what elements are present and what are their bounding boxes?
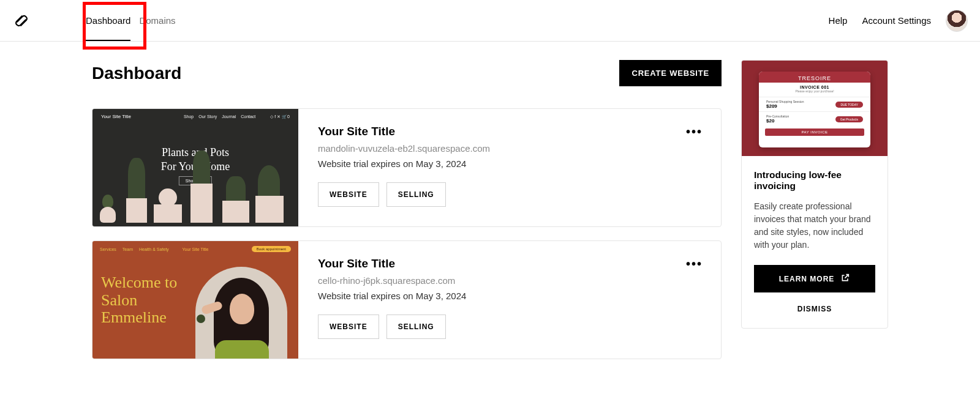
promo-invoice-pay: PAY INVOICE (765, 128, 864, 136)
site-domain: cello-rhino-j6pk.squarespace.com (318, 275, 701, 286)
promo-text: Easily create professional invoices that… (754, 200, 875, 251)
account-settings-link[interactable]: Account Settings (862, 15, 931, 26)
site-actions: WEBSITE SELLING (318, 182, 701, 207)
tab-domains[interactable]: Domains (139, 0, 175, 41)
thumb-illustration (92, 171, 298, 226)
site-title: Your Site Title (318, 257, 701, 270)
selling-button[interactable]: SELLING (386, 182, 446, 207)
promo-invoice-title: INVOICE 001 (759, 83, 870, 89)
page-title: Dashboard (92, 64, 181, 83)
thumb-brand: Your Site Title (101, 114, 131, 119)
site-actions: WEBSITE SELLING (318, 315, 701, 339)
selling-button[interactable]: SELLING (386, 315, 446, 339)
promo-invoice-row: Personal Shopping Session $209 DUE TODAY (759, 97, 870, 111)
tab-dashboard[interactable]: Dashboard (86, 0, 130, 41)
avatar[interactable] (946, 10, 968, 32)
thumb-hero-line: Welcome to (101, 274, 177, 292)
website-button[interactable]: WEBSITE (318, 182, 379, 207)
top-bar: Dashboard Domains Help Account Settings (0, 0, 980, 42)
site-thumbnail[interactable]: Services Team Health & Safety Your Site … (92, 241, 298, 359)
promo-row-amount: $20 (766, 118, 789, 124)
site-thumbnail[interactable]: Your Site Title Shop Our Story Journal C… (92, 109, 298, 226)
thumb-nav-link: Shop (184, 114, 194, 119)
dismiss-button[interactable]: DISMISS (754, 301, 875, 317)
promo-invoice-row: Pre-Consultation $20 Get Products (759, 111, 870, 126)
learn-more-button[interactable]: LEARN MORE (754, 265, 875, 292)
topbar-right: Help Account Settings (829, 10, 968, 32)
site-card[interactable]: Services Team Health & Safety Your Site … (92, 240, 722, 359)
thumb-nav-link: Our Story (198, 114, 217, 119)
promo-row-amount: $209 (766, 103, 804, 109)
thumb-nav-link: Health & Safety (139, 247, 169, 251)
more-icon[interactable]: ••• (686, 257, 703, 271)
thumb-nav-link: Team (123, 247, 133, 251)
squarespace-logo-icon[interactable] (12, 12, 31, 30)
nav-tabs: Dashboard Domains (86, 0, 176, 41)
promo-invoice-subtitle: Please enjoy your purchase! (759, 89, 870, 97)
help-link[interactable]: Help (829, 15, 848, 26)
site-card[interactable]: Your Site Title Shop Our Story Journal C… (92, 108, 722, 227)
thumb-hero-line: Emmeline (101, 309, 177, 327)
site-domain: mandolin-vuvuzela-eb2l.squarespace.com (318, 143, 701, 154)
website-button[interactable]: WEBSITE (318, 315, 379, 339)
thumb-nav-link: Journal (222, 114, 236, 119)
more-icon[interactable]: ••• (686, 125, 703, 139)
external-link-icon (840, 273, 850, 285)
thumb-cta: Book appointment (252, 246, 291, 252)
promo-invoice-mock: TRESOIRE INVOICE 001 Please enjoy your p… (759, 72, 870, 147)
site-info: ••• Your Site Title mandolin-vuvuzela-eb… (298, 109, 721, 226)
thumb-nav-link: Services (100, 247, 116, 251)
promo-body: Introducing low-fee invoicing Easily cre… (742, 156, 888, 328)
site-info: ••• Your Site Title cello-rhino-j6pk.squ… (298, 241, 721, 359)
promo-title: Introducing low-fee invoicing (754, 169, 875, 192)
thumb-nav-link: Contact (241, 114, 255, 119)
promo-card: TRESOIRE INVOICE 001 Please enjoy your p… (741, 60, 888, 329)
learn-more-label: LEARN MORE (779, 275, 835, 283)
promo-image: TRESOIRE INVOICE 001 Please enjoy your p… (742, 61, 888, 156)
site-status: Website trial expires on May 3, 2024 (318, 291, 701, 301)
thumb-hero-line: Salon (101, 292, 177, 310)
main-column: Dashboard CREATE WEBSITE Your Site Title… (92, 60, 722, 373)
thumb-hero: Welcome to Salon Emmeline (101, 274, 177, 327)
thumb-illustration (195, 267, 287, 359)
promo-invoice-brand: TRESOIRE (759, 72, 870, 83)
content: Dashboard CREATE WEBSITE Your Site Title… (0, 42, 980, 397)
thumb-brand: Your Site Title (183, 247, 209, 251)
page-header: Dashboard CREATE WEBSITE (92, 60, 722, 86)
site-status: Website trial expires on May 3, 2024 (318, 158, 701, 169)
promo-row-pill: Get Products (835, 116, 863, 122)
site-title: Your Site Title (318, 125, 701, 138)
promo-row-pill: DUE TODAY (835, 102, 863, 108)
thumb-social-icons: ◇ f ✕ 🛒0 (270, 114, 290, 119)
create-website-button[interactable]: CREATE WEBSITE (619, 60, 722, 86)
